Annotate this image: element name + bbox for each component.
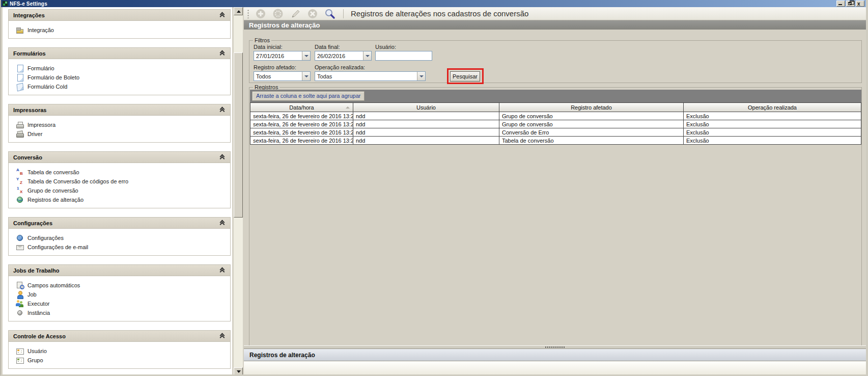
collapse-chevron-icon[interactable] bbox=[219, 268, 225, 273]
scroll-up-button[interactable] bbox=[234, 7, 243, 15]
sidebar-section-jobs: Jobs de Trabalho Campos automáticos Job … bbox=[8, 264, 231, 321]
cell-operacao[interactable]: Exclusão bbox=[684, 128, 861, 137]
sphere-icon bbox=[16, 309, 24, 317]
collapse-chevron-icon[interactable] bbox=[219, 108, 225, 113]
section-title: Formulários bbox=[13, 50, 46, 57]
section-title: Integrações bbox=[13, 12, 45, 18]
person-icon bbox=[16, 290, 24, 299]
search-icon[interactable] bbox=[324, 8, 336, 20]
column-header-registro-afetado[interactable]: Registro afetado bbox=[499, 103, 684, 112]
scrollbar-thumb[interactable] bbox=[234, 52, 243, 218]
cell-registro[interactable]: Grupo de conversão bbox=[499, 120, 684, 128]
item-label: Executor bbox=[27, 301, 49, 307]
registro-afetado-combo[interactable]: Todos bbox=[254, 71, 311, 81]
sidebar-item-executor[interactable]: Executor bbox=[9, 299, 230, 308]
section-header-impressoras[interactable]: Impressoras bbox=[9, 104, 230, 116]
chevron-down-icon[interactable] bbox=[302, 72, 310, 80]
sidebar-section-conversao: Conversão Tabela de conversão Tabela de … bbox=[8, 151, 231, 208]
collapse-chevron-icon[interactable] bbox=[219, 155, 225, 160]
table-row[interactable]: sexta-feira, 26 de fevereiro de 2016 13:… bbox=[250, 137, 861, 145]
cell-operacao[interactable]: Exclusão bbox=[684, 112, 861, 120]
collapse-chevron-icon[interactable] bbox=[219, 334, 225, 339]
toolbar-grip[interactable] bbox=[247, 9, 249, 18]
scroll-down-button[interactable] bbox=[234, 367, 243, 375]
sidebar-item-integracao[interactable]: Integração bbox=[9, 25, 230, 35]
section-header-configuracoes[interactable]: Configurações bbox=[9, 218, 230, 229]
section-header-conversao[interactable]: Conversão bbox=[9, 152, 230, 163]
cell-operacao[interactable]: Exclusão bbox=[684, 137, 861, 145]
main-panel: Registros de alterações nos cadastros de… bbox=[244, 7, 867, 375]
section-header-jobs[interactable]: Jobs de Trabalho bbox=[9, 265, 230, 276]
section-header-integracoes[interactable]: Integrações bbox=[9, 10, 230, 21]
cell-datahora[interactable]: sexta-feira, 26 de fevereiro de 2016 13:… bbox=[250, 137, 353, 145]
column-header-usuario[interactable]: Usuário bbox=[353, 103, 499, 112]
sort-ascending-icon bbox=[346, 106, 350, 109]
collapse-chevron-icon[interactable] bbox=[219, 13, 225, 18]
chevron-down-icon[interactable] bbox=[417, 72, 425, 80]
cell-usuario[interactable]: ndd bbox=[353, 112, 499, 120]
sidebar-item-grupo[interactable]: Grupo bbox=[9, 356, 230, 365]
gear-icon[interactable] bbox=[272, 8, 284, 20]
collapse-chevron-icon[interactable] bbox=[219, 51, 225, 56]
group-by-hint[interactable]: Arraste a coluna e solte aqui para agrup… bbox=[252, 91, 365, 101]
column-header-datahora[interactable]: Data/hora bbox=[250, 103, 353, 112]
section-header-controle-acesso[interactable]: Controle de Acesso bbox=[9, 331, 230, 342]
sidebar-item-impressora[interactable]: Impressora bbox=[9, 120, 230, 129]
table-row[interactable]: sexta-feira, 26 de fevereiro de 2016 13:… bbox=[250, 112, 861, 120]
column-header-operacao-realizada[interactable]: Operação realizada bbox=[684, 103, 861, 112]
table-row[interactable]: sexta-feira, 26 de fevereiro de 2016 13:… bbox=[250, 120, 861, 128]
cell-usuario[interactable]: ndd bbox=[353, 120, 499, 128]
section-title: Configurações bbox=[13, 220, 52, 226]
table-row[interactable]: sexta-feira, 26 de fevereiro de 2016 13:… bbox=[250, 128, 861, 137]
cell-registro[interactable]: Grupo de conversão bbox=[499, 112, 684, 120]
sidebar-item-driver[interactable]: Driver bbox=[9, 129, 230, 139]
add-icon[interactable] bbox=[255, 8, 267, 20]
titlebar[interactable]: NFS-e Settings x bbox=[1, 0, 866, 7]
sidebar-item-usuario[interactable]: Usuário bbox=[9, 346, 230, 356]
cold-form-icon bbox=[16, 83, 24, 91]
section-header-formularios[interactable]: Formulários bbox=[9, 48, 230, 59]
sidebar-item-formulario-cold[interactable]: Formulário Cold bbox=[9, 82, 230, 91]
cell-operacao[interactable]: Exclusão bbox=[684, 120, 861, 128]
cancel-icon[interactable] bbox=[306, 8, 319, 20]
sidebar-item-registros-alteracao[interactable]: Registros de alteração bbox=[9, 195, 230, 204]
sidebar-item-instancia[interactable]: Instância bbox=[9, 308, 230, 317]
data-inicial-combo[interactable]: 27/01/2016 bbox=[254, 51, 311, 61]
error-code-table-icon bbox=[16, 177, 24, 185]
restore-button[interactable] bbox=[846, 1, 855, 7]
cell-datahora[interactable]: sexta-feira, 26 de fevereiro de 2016 13:… bbox=[250, 120, 353, 128]
splitter-grip-icon[interactable] bbox=[545, 346, 566, 348]
cell-registro[interactable]: Tabela de conversão bbox=[499, 137, 684, 145]
sidebar-item-tabela-codigos-erro[interactable]: Tabela de Conversão de códigos de erro bbox=[9, 177, 230, 186]
sidebar-item-campos-automaticos[interactable]: Campos automáticos bbox=[9, 281, 230, 290]
sidebar-item-tabela-conversao[interactable]: Tabela de conversão bbox=[9, 168, 230, 177]
user-card-icon bbox=[16, 347, 24, 355]
data-final-combo[interactable]: 26/02/2016 bbox=[315, 51, 372, 61]
sidebar-scrollbar[interactable] bbox=[234, 7, 243, 376]
cell-usuario[interactable]: ndd bbox=[353, 128, 499, 137]
close-button[interactable]: x bbox=[856, 1, 864, 7]
sidebar-item-formulario-boleto[interactable]: Formulário de Boleto bbox=[9, 73, 230, 82]
chevron-down-icon[interactable] bbox=[363, 51, 371, 60]
minimize-button[interactable] bbox=[836, 1, 845, 7]
annotation-highlight bbox=[447, 68, 484, 84]
cell-usuario[interactable]: ndd bbox=[353, 137, 499, 145]
cell-datahora[interactable]: sexta-feira, 26 de fevereiro de 2016 13:… bbox=[250, 112, 353, 120]
sidebar-item-grupo-conversao[interactable]: Grupo de conversão bbox=[9, 186, 230, 195]
sidebar-item-formulario[interactable]: Formulário bbox=[9, 64, 230, 73]
sidebar-item-configuracoes[interactable]: Configurações bbox=[9, 233, 230, 243]
horizontal-splitter[interactable] bbox=[244, 345, 867, 349]
sidebar-item-job[interactable]: Job bbox=[9, 290, 230, 299]
group-by-bar[interactable]: Arraste a coluna e solte aqui para agrup… bbox=[250, 90, 861, 102]
cell-registro[interactable]: Conversão de Erro bbox=[499, 128, 684, 137]
data-final-label: Data final: bbox=[315, 44, 340, 50]
collapse-chevron-icon[interactable] bbox=[219, 221, 225, 226]
page-title-text: Registros de alteração bbox=[249, 21, 320, 29]
chevron-down-icon[interactable] bbox=[302, 51, 310, 60]
sidebar-item-configuracoes-email[interactable]: Configurações de e-mail bbox=[9, 243, 230, 252]
operacao-realizada-combo[interactable]: Todas bbox=[315, 71, 426, 81]
item-label: Configurações bbox=[27, 235, 64, 241]
usuario-input[interactable] bbox=[375, 51, 432, 61]
cell-datahora[interactable]: sexta-feira, 26 de fevereiro de 2016 13:… bbox=[250, 128, 353, 137]
edit-icon[interactable] bbox=[289, 8, 301, 20]
